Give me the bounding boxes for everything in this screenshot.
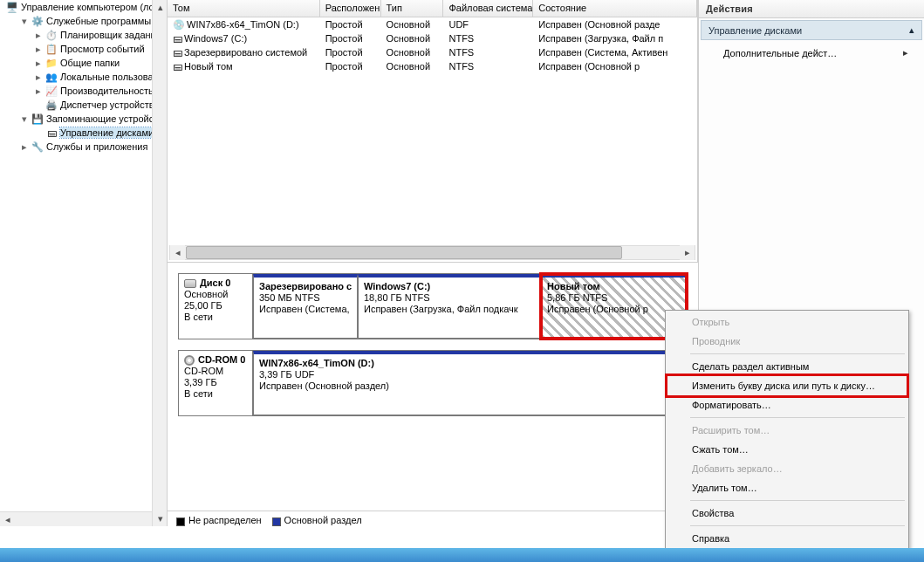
expander-icon[interactable]: ▸: [33, 45, 43, 54]
volume-row[interactable]: 🖴Зарезервировано системойПростойОсновной…: [168, 45, 697, 59]
tree-item[interactable]: ▾💾Запоминающие устройств: [0, 112, 167, 126]
disk-row: Диск 0Основной25,00 ГБВ сетиЗарезервиров…: [178, 273, 688, 339]
actions-more-item[interactable]: Дополнительные дейст… ▸: [699, 42, 924, 64]
tree-item-label: Производительность: [60, 86, 154, 96]
cell: NTFS: [443, 47, 533, 58]
actions-title: Действия: [699, 0, 924, 18]
volume-row[interactable]: 💿WIN7x86-x64_TimON (D:)ПростойОсновнойUD…: [168, 17, 697, 31]
volume-row[interactable]: 🖴Windows7 (C:)ПростойОсновнойNTFSИсправе…: [168, 31, 697, 45]
menu-separator: [690, 417, 905, 418]
cell: Простой: [320, 61, 381, 72]
expander-icon[interactable]: [33, 100, 43, 110]
scroll-up-button[interactable]: ▴: [153, 0, 168, 15]
disk-icon: 🖴: [44, 126, 58, 140]
expander-icon[interactable]: [33, 128, 43, 138]
clock-icon: ⏱️: [44, 28, 58, 42]
gear-icon: ⚙️: [31, 14, 44, 28]
partition-status: Исправен (Система,: [259, 304, 352, 315]
partition-size: 3,39 ГБ UDF: [259, 369, 681, 380]
partition[interactable]: Зарезервировано с350 МБ NTFSИсправен (Си…: [253, 274, 358, 339]
column-header[interactable]: Том: [168, 0, 320, 17]
tree-h-scrollbar[interactable]: ◂ ▸: [0, 511, 153, 526]
expander-icon[interactable]: ▸: [19, 142, 29, 152]
expander-icon[interactable]: ▸: [33, 72, 43, 82]
expander-icon[interactable]: ▾: [19, 114, 29, 124]
cell: 🖴Новый том: [168, 61, 320, 72]
tree-v-scrollbar[interactable]: ▴ ▾: [152, 0, 167, 526]
voltable-h-scrollbar[interactable]: ◂ ▸: [169, 245, 695, 260]
column-header[interactable]: Файловая система: [443, 0, 533, 17]
tree-item[interactable]: ▸📈Производительность: [0, 84, 167, 98]
tree-item[interactable]: 🖴Управление дисками: [0, 126, 167, 140]
cell: 💿WIN7x86-x64_TimON (D:): [168, 19, 320, 31]
expander-icon[interactable]: ▸: [33, 31, 43, 40]
partition-status: Исправен (Основной р: [547, 304, 681, 315]
tree-root[interactable]: 🖥️ Управление компьютером (ло: [0, 0, 167, 14]
disk-state: В сети: [184, 388, 247, 400]
taskbar[interactable]: [0, 548, 924, 562]
column-header[interactable]: Тип: [381, 0, 444, 17]
computer-icon: 🖥️: [5, 0, 19, 14]
partition-size: 5,86 ГБ NTFS: [547, 292, 681, 304]
menu-item[interactable]: Сделать раздел активным: [667, 357, 907, 376]
context-menu[interactable]: ОткрытьПроводникСделать раздел активнымИ…: [665, 310, 909, 551]
disk-info[interactable]: CD-ROM 0CD-ROM3,39 ГБВ сети: [179, 351, 253, 415]
scroll-down-button[interactable]: ▾: [153, 511, 168, 526]
menu-item[interactable]: Сжать том…: [667, 440, 907, 459]
expander-icon[interactable]: ▸: [33, 86, 43, 96]
disk-info[interactable]: Диск 0Основной25,00 ГБВ сети: [179, 274, 253, 339]
menu-item[interactable]: Свойства: [667, 504, 907, 523]
scroll-right-button[interactable]: ▸: [680, 245, 695, 260]
partition[interactable]: Windows7 (C:)18,80 ГБ NTFSИсправен (Загр…: [358, 274, 541, 339]
partition-size: 18,80 ГБ NTFS: [364, 292, 535, 304]
expander-icon[interactable]: ▾: [19, 17, 29, 26]
cell: Основной: [381, 61, 444, 72]
perf-icon: 📈: [44, 84, 58, 98]
menu-item[interactable]: Справка: [667, 529, 907, 548]
cell: UDF: [443, 19, 533, 30]
menu-item[interactable]: Удалить том…: [667, 478, 907, 497]
partition-size: 350 МБ NTFS: [259, 292, 352, 304]
actions-section-label: Управление дисками: [708, 25, 802, 36]
tree-item[interactable]: ▸🔧Службы и приложения: [0, 140, 167, 154]
tree-item[interactable]: 🖨️Диспетчер устройств: [0, 98, 167, 112]
cell: NTFS: [443, 33, 533, 44]
cell: Основной: [381, 47, 444, 58]
tree-item[interactable]: ▸⏱️Планировщик заданий: [0, 28, 167, 42]
partition[interactable]: WIN7x86-x64_TimON (D:)3,39 ГБ UDFИсправе…: [253, 351, 687, 415]
scroll-thumb[interactable]: [186, 246, 622, 259]
expander-icon[interactable]: ▸: [33, 58, 43, 68]
disk-icon: 🖴: [173, 33, 182, 44]
cell: 🖴Зарезервировано системой: [168, 47, 320, 58]
tree-item[interactable]: ▾⚙️Служебные программы: [0, 14, 167, 28]
tree-item[interactable]: ▸👥Локальные пользоват: [0, 70, 167, 84]
cell: Исправен (Основной р: [533, 61, 697, 72]
disk-name: CD-ROM 0: [198, 354, 245, 366]
partition-status: Исправен (Основной раздел): [259, 380, 681, 392]
scroll-left-button[interactable]: ◂: [0, 512, 15, 526]
volume-table: ТомРасположениеТипФайловая системаСостоя…: [168, 0, 698, 262]
volume-row[interactable]: 🖴Новый томПростойОсновнойNTFSИсправен (О…: [168, 59, 697, 73]
column-header[interactable]: Расположение: [320, 0, 381, 17]
menu-item[interactable]: Изменить букву диска или путь к диску…: [667, 376, 907, 395]
cell: Исправен (Основной разде: [533, 19, 697, 30]
tree-item-label: Планировщик заданий: [60, 30, 161, 40]
actions-section-header[interactable]: Управление дисками ▴: [701, 20, 922, 40]
scroll-left-button[interactable]: ◂: [170, 245, 185, 260]
disk-kind: Основной: [184, 289, 247, 300]
chevron-right-icon: ▸: [903, 47, 908, 58]
actions-item-label: Дополнительные дейст…: [723, 48, 837, 58]
menu-separator: [690, 525, 905, 526]
cell: 🖴Windows7 (C:): [168, 33, 320, 44]
tree-item[interactable]: ▸📁Общие папки: [0, 56, 167, 70]
partition-status: Исправен (Загрузка, Файл подкачк: [364, 304, 535, 315]
partition-name: WIN7x86-x64_TimON (D:): [259, 358, 681, 369]
users-icon: 👥: [44, 70, 58, 84]
tree-item-label: Диспетчер устройств: [60, 99, 154, 110]
menu-item[interactable]: Форматировать…: [667, 395, 907, 415]
column-header[interactable]: Состояние: [533, 0, 697, 17]
volume-table-headers[interactable]: ТомРасположениеТипФайловая системаСостоя…: [168, 0, 697, 17]
folder-icon: 📁: [44, 56, 58, 70]
tree-item[interactable]: ▸📋Просмотр событий: [0, 42, 167, 56]
tree-item-label: Запоминающие устройств: [46, 113, 163, 124]
